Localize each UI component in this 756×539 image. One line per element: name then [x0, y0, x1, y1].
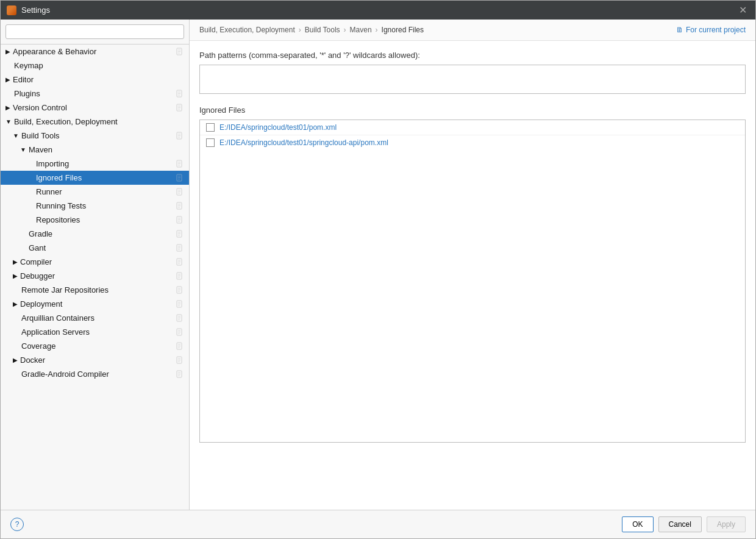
sidebar-arrow-15: ▶ [13, 259, 18, 265]
breadcrumb-sep-0: › [299, 26, 301, 34]
sidebar-label-14: Gant [29, 243, 173, 252]
breadcrumb-part-1: Build Tools [305, 26, 340, 34]
sidebar-page-icon-20 [176, 328, 184, 337]
dialog-body: ▶Appearance & Behavior Keymap▶EditorPlug… [1, 20, 755, 510]
sidebar-item-12[interactable]: Repositories [1, 213, 189, 227]
sidebar-item-5[interactable]: ▼Build, Execution, Deployment [1, 115, 189, 129]
settings-dialog: Settings ✕ ▶Appearance & Behavior Keymap… [0, 0, 756, 539]
sidebar-label-11: Running Tests [36, 201, 173, 210]
sidebar-item-8[interactable]: Importing [1, 157, 189, 171]
title-bar-left: Settings [7, 5, 50, 15]
sidebar-arrow-7: ▼ [20, 146, 26, 153]
sidebar-arrow-16: ▶ [13, 273, 18, 279]
dialog-footer: ? OK Cancel Apply [1, 510, 755, 538]
files-box: E:/IDEA/springcloud/test01/pom.xml E:/ID… [199, 120, 746, 443]
footer-left: ? [10, 518, 24, 531]
sidebar-page-icon-13 [176, 230, 184, 238]
sidebar-label-17: Remote Jar Repositories [21, 285, 173, 294]
ok-button[interactable]: OK [622, 516, 653, 532]
file-checkbox-1[interactable] [206, 138, 215, 147]
sidebar-label-23: Gradle-Android Compiler [21, 369, 173, 379]
sidebar-arrow-0: ▶ [5, 48, 10, 55]
sidebar-item-20[interactable]: Application Servers [1, 325, 189, 339]
sidebar-page-icon-15 [176, 258, 184, 266]
sidebar-item-16[interactable]: ▶Debugger [1, 269, 189, 283]
sidebar-item-1[interactable]: Keymap [1, 59, 189, 73]
breadcrumb: Build, Execution, Deployment › Build Too… [190, 20, 755, 41]
sidebar-label-18: Deployment [20, 299, 173, 309]
sidebar-page-icon-3 [176, 90, 184, 98]
sidebar-page-icon-22 [176, 356, 184, 365]
file-checkbox-0[interactable] [206, 123, 215, 132]
path-label: Path patterns (comma-separated, '*' and … [199, 51, 746, 60]
for-project-label: For current project [686, 26, 746, 34]
file-path-1: E:/IDEA/springcloud/test01/springcloud-a… [219, 138, 388, 147]
sidebar-item-21[interactable]: Coverage [1, 339, 189, 353]
sidebar-item-3[interactable]: Plugins [1, 87, 189, 101]
sidebar-label-10: Runner [36, 187, 173, 196]
sidebar-label-6: Build Tools [21, 131, 173, 140]
sidebar-label-7: Maven [29, 145, 184, 154]
sidebar-arrow-6: ▼ [13, 132, 19, 139]
sidebar-item-11[interactable]: Running Tests [1, 199, 189, 213]
breadcrumb-sep-2: › [376, 26, 378, 34]
sidebar-page-icon-17 [176, 286, 184, 294]
breadcrumb-part-0: Build, Execution, Deployment [199, 26, 295, 34]
dialog-title: Settings [21, 5, 50, 15]
sidebar-item-22[interactable]: ▶Docker [1, 353, 189, 367]
sidebar-label-8: Importing [36, 159, 173, 168]
sidebar-label-15: Compiler [20, 257, 173, 266]
file-item-0: E:/IDEA/springcloud/test01/pom.xml [200, 120, 745, 135]
path-input[interactable] [199, 65, 746, 94]
sidebar-item-6[interactable]: ▼Build Tools [1, 129, 189, 143]
sidebar-item-19[interactable]: Arquillian Containers [1, 311, 189, 325]
sidebar-label-16: Debugger [20, 271, 173, 280]
sidebar-arrow-18: ▶ [13, 301, 18, 307]
apply-button[interactable]: Apply [707, 516, 746, 532]
sidebar-page-icon-12 [176, 216, 184, 224]
sidebar-label-5: Build, Execution, Deployment [14, 117, 184, 126]
cancel-button[interactable]: Cancel [658, 516, 702, 532]
sidebar-item-13[interactable]: Gradle [1, 227, 189, 241]
sidebar-arrow-4: ▶ [5, 104, 10, 111]
sidebar-page-icon-11 [176, 202, 184, 210]
sidebar-item-9[interactable]: Ignored Files [1, 171, 189, 185]
sidebar-page-icon-6 [176, 132, 184, 140]
sidebar-page-icon-21 [176, 342, 184, 351]
sidebar-label-22: Docker [20, 355, 173, 365]
file-path-0: E:/IDEA/springcloud/test01/pom.xml [219, 123, 337, 132]
sidebar-item-2[interactable]: ▶Editor [1, 73, 189, 87]
sidebar-item-10[interactable]: Runner [1, 185, 189, 199]
sidebar-page-icon-4 [176, 104, 184, 112]
breadcrumb-sep-1: › [344, 26, 346, 34]
sidebar-page-icon-10 [176, 188, 184, 196]
sidebar-arrow-2: ▶ [5, 76, 10, 83]
sidebar-item-7[interactable]: ▼Maven [1, 143, 189, 157]
sidebar-item-14[interactable]: Gant [1, 241, 189, 255]
sidebar-label-1: Keymap [14, 61, 184, 70]
sidebar-item-0[interactable]: ▶Appearance & Behavior [1, 45, 189, 59]
file-item-1: E:/IDEA/springcloud/test01/springcloud-a… [200, 135, 745, 150]
sidebar-item-17[interactable]: Remote Jar Repositories [1, 283, 189, 297]
sidebar-label-3: Plugins [14, 89, 173, 98]
sidebar-arrow-22: ▶ [13, 357, 18, 363]
main-content: Build, Execution, Deployment › Build Too… [190, 20, 755, 510]
close-button[interactable]: ✕ [736, 4, 749, 16]
section-title: Ignored Files [199, 105, 746, 115]
breadcrumb-part-2: Maven [350, 26, 372, 34]
sidebar-page-icon-14 [176, 244, 184, 252]
sidebar-item-18[interactable]: ▶Deployment [1, 297, 189, 311]
sidebar-label-9: Ignored Files [36, 173, 173, 182]
app-icon [7, 5, 16, 15]
help-button[interactable]: ? [10, 518, 24, 531]
search-input[interactable] [5, 24, 184, 39]
sidebar-item-4[interactable]: ▶Version Control [1, 101, 189, 115]
sidebar-label-13: Gradle [29, 229, 173, 238]
sidebar-page-icon-0 [176, 48, 184, 56]
sidebar-item-15[interactable]: ▶Compiler [1, 255, 189, 269]
sidebar-page-icon-18 [176, 300, 184, 309]
sidebar-item-23[interactable]: Gradle-Android Compiler [1, 367, 189, 381]
sidebar-page-icon-16 [176, 272, 184, 280]
breadcrumb-current: Ignored Files [382, 26, 424, 34]
sidebar-page-icon-23 [176, 370, 184, 379]
